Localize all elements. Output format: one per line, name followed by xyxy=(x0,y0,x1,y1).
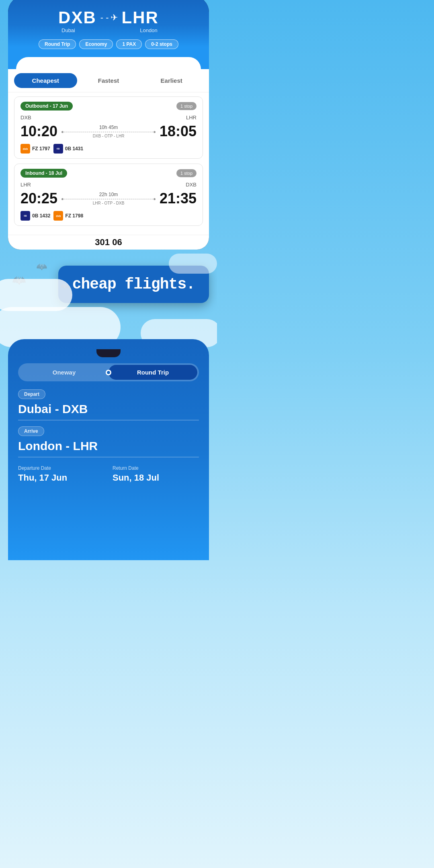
cloud-right-top xyxy=(169,254,217,274)
bottom-phone-screen: Oneway Round Trip Depart Dubai - DXB Arr… xyxy=(8,339,209,560)
blue-logo-1: 0B xyxy=(53,144,63,154)
departure-date-field[interactable]: Departure Date Thu, 17 Jun xyxy=(18,465,104,483)
depart-label: Depart xyxy=(18,389,45,399)
duration-dot-right xyxy=(154,131,156,133)
tab-cheapest[interactable]: Cheapest xyxy=(14,73,77,88)
inbound-label: Inbound - 18 Jul xyxy=(20,169,67,178)
inbound-dot-right xyxy=(154,198,156,200)
inbound-dot-left xyxy=(61,198,63,200)
content-wrapper: DXB - - ✈ LHR Dubai London Round Trip Ec… xyxy=(0,0,217,560)
cabin-class-pill[interactable]: Economy xyxy=(79,39,113,49)
inbound-time-row: 20:25 22h 10m LHR - OTP - DXB 21:35 xyxy=(20,190,197,207)
sort-tabs: Cheapest Fastest Earliest xyxy=(8,69,209,92)
inbound-stops: 1 stop xyxy=(176,169,197,177)
inbound-airline-1: 0B 0B 1432 xyxy=(20,211,50,221)
filter-pills: Round Trip Economy 1 PAX 0-2 stops xyxy=(16,37,201,55)
route-arrow-icon: - - ✈ xyxy=(100,12,118,23)
outbound-arrive-time: 18:05 xyxy=(160,123,197,140)
arrive-value[interactable]: London - LHR xyxy=(18,439,199,457)
inbound-airlines: 0B 0B 1432 dxb FZ 1798 xyxy=(20,211,197,221)
outbound-via: DXB - OTP - LHR xyxy=(61,134,156,138)
top-phone-mockup: DXB - - ✈ LHR Dubai London Round Trip Ec… xyxy=(8,0,209,250)
departure-date-value: Thu, 17 Jun xyxy=(18,473,104,483)
dubai-logo-1: dxb xyxy=(20,144,30,154)
stops-pill[interactable]: 0-2 stops xyxy=(145,39,178,49)
outbound-duration: 10h 45m DXB - OTP - LHR xyxy=(57,125,160,138)
inbound-flight-code-1: 0B 1432 xyxy=(32,213,50,219)
inbound-duration-line xyxy=(61,198,156,200)
outbound-segment[interactable]: Outbound - 17 Jun 1 stop DXB LHR 10:20 1… xyxy=(14,96,203,159)
outbound-from: DXB xyxy=(20,115,31,121)
price-preview: 301 06 xyxy=(8,235,209,250)
origin-code: DXB xyxy=(58,8,96,27)
trip-type-toggle: Oneway Round Trip xyxy=(18,363,199,381)
price-text: 301 06 xyxy=(95,237,122,247)
pax-pill[interactable]: 1 PAX xyxy=(116,39,142,49)
toggle-indicator xyxy=(106,370,111,375)
outbound-flight-code-1: FZ 1797 xyxy=(32,146,50,151)
outbound-airline-2: 0B 0B 1431 xyxy=(53,144,83,154)
trip-type-pill[interactable]: Round Trip xyxy=(39,39,76,49)
outbound-airline-1: dxb FZ 1797 xyxy=(20,144,50,154)
dates-section: Departure Date Thu, 17 Jun Return Date S… xyxy=(18,465,199,487)
inbound-flight-code-2: FZ 1798 xyxy=(65,213,83,219)
return-date-field[interactable]: Return Date Sun, 18 Jul xyxy=(113,465,199,483)
tagline-section: 🦇 🦇 🦇 cheap flights. xyxy=(0,250,217,315)
duration-line xyxy=(61,131,156,133)
cloud-left xyxy=(0,279,72,311)
wave-divider xyxy=(16,57,201,69)
bottom-phone-mockup: Oneway Round Trip Depart Dubai - DXB Arr… xyxy=(8,339,209,560)
oneway-option[interactable]: Oneway xyxy=(20,365,108,380)
tagline-text: cheap flights. xyxy=(72,276,195,293)
inbound-duration: 22h 10m LHR - OTP - DXB xyxy=(57,192,160,205)
cloud-divider xyxy=(0,315,217,339)
inbound-duration-text: 22h 10m xyxy=(61,192,156,197)
inbound-airline-2: dxb FZ 1798 xyxy=(53,211,83,221)
arrive-label: Arrive xyxy=(18,426,44,436)
dubai-logo-2: dxb xyxy=(53,211,63,221)
depart-value[interactable]: Dubai - DXB xyxy=(18,402,199,420)
outbound-to: LHR xyxy=(186,115,197,121)
roundtrip-option[interactable]: Round Trip xyxy=(108,365,197,380)
inbound-route-row: LHR DXB xyxy=(20,182,197,188)
inbound-depart-time: 20:25 xyxy=(20,190,57,207)
inbound-dash xyxy=(64,199,153,199)
outbound-header: Outbound - 17 Jun 1 stop xyxy=(20,102,197,111)
return-date-label: Return Date xyxy=(113,465,199,471)
route-header: DXB - - ✈ LHR xyxy=(16,4,201,29)
outbound-route-row: DXB LHR xyxy=(20,115,197,121)
origin-city: Dubai xyxy=(28,27,108,33)
departure-date-label: Departure Date xyxy=(18,465,104,471)
duration-dot-left xyxy=(61,131,63,133)
depart-field[interactable]: Depart Dubai - DXB xyxy=(18,389,199,420)
flights-container: Outbound - 17 Jun 1 stop DXB LHR 10:20 1… xyxy=(8,92,209,235)
route-cities: Dubai London xyxy=(16,27,201,33)
tab-earliest[interactable]: Earliest xyxy=(140,73,203,88)
inbound-via: LHR - OTP - DXB xyxy=(61,201,156,205)
inbound-from: LHR xyxy=(20,182,31,188)
outbound-airlines: dxb FZ 1797 0B 0B 1431 xyxy=(20,144,197,154)
outbound-time-row: 10:20 10h 45m DXB - OTP - LHR 18:05 xyxy=(20,123,197,140)
outbound-depart-time: 10:20 xyxy=(20,123,57,140)
top-phone-screen: DXB - - ✈ LHR Dubai London Round Trip Ec… xyxy=(8,0,209,69)
outbound-flight-code-2: 0B 1431 xyxy=(65,146,83,151)
plane-icon: ✈ xyxy=(111,12,118,23)
inbound-arrive-time: 21:35 xyxy=(160,190,197,207)
inbound-segment[interactable]: Inbound - 18 Jul 1 stop LHR DXB 20:25 22… xyxy=(14,164,203,226)
destination-code: LHR xyxy=(122,8,159,27)
outbound-stops: 1 stop xyxy=(176,102,197,110)
arrive-field[interactable]: Arrive London - LHR xyxy=(18,426,199,457)
outbound-label: Outbound - 17 Jun xyxy=(20,102,73,111)
outbound-duration-text: 10h 45m xyxy=(61,125,156,130)
phone-notch xyxy=(96,349,121,357)
tab-fastest[interactable]: Fastest xyxy=(77,73,140,88)
bat-icon-2: 🦇 xyxy=(36,262,47,272)
inbound-header: Inbound - 18 Jul 1 stop xyxy=(20,169,197,178)
duration-dash xyxy=(64,132,153,132)
inbound-to: DXB xyxy=(186,182,197,188)
return-date-value: Sun, 18 Jul xyxy=(113,473,199,483)
destination-city: London xyxy=(108,27,189,33)
blue-logo-2: 0B xyxy=(20,211,30,221)
